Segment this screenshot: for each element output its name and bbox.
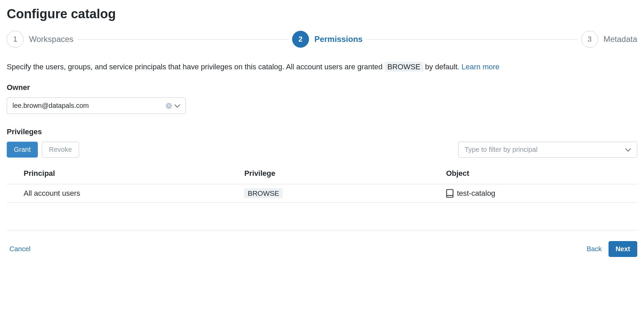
- owner-value: lee.brown@datapals.com: [12, 102, 89, 110]
- step-connector: [78, 39, 288, 40]
- step-number: 3: [581, 31, 598, 48]
- privilege-badge: BROWSE: [244, 188, 282, 198]
- back-button[interactable]: Back: [584, 241, 604, 257]
- svg-rect-0: [446, 190, 453, 197]
- cancel-button[interactable]: Cancel: [7, 241, 33, 257]
- cell-object: test-catalog: [429, 184, 637, 203]
- owner-select[interactable]: lee.brown@datapals.com ✕: [7, 97, 186, 114]
- step-workspaces[interactable]: 1 Workspaces: [7, 31, 74, 48]
- step-permissions[interactable]: 2 Permissions: [292, 31, 363, 48]
- chevron-down-icon: [626, 147, 631, 152]
- step-number: 2: [292, 31, 309, 48]
- learn-more-link[interactable]: Learn more: [462, 63, 500, 71]
- privileges-label: Privileges: [7, 127, 637, 136]
- button-group: Grant Revoke: [7, 142, 79, 158]
- cell-principal: All account users: [7, 184, 227, 203]
- table-row[interactable]: All account users BROWSE test-catalog: [7, 184, 637, 203]
- step-label: Metadata: [603, 34, 637, 44]
- owner-label: Owner: [7, 83, 637, 92]
- step-label: Workspaces: [29, 34, 74, 44]
- step-metadata[interactable]: 3 Metadata: [581, 31, 637, 48]
- description-prefix: Specify the users, groups, and service p…: [7, 63, 385, 71]
- object-name: test-catalog: [457, 189, 495, 198]
- page-title: Configure catalog: [7, 7, 637, 21]
- filter-principal-select[interactable]: Type to filter by principal: [458, 142, 637, 158]
- cell-privilege: BROWSE: [227, 184, 429, 203]
- revoke-button[interactable]: Revoke: [42, 142, 79, 158]
- chevron-down-icon: [175, 103, 180, 108]
- col-principal: Principal: [7, 164, 227, 184]
- next-button[interactable]: Next: [609, 241, 637, 257]
- step-number: 1: [7, 31, 24, 48]
- catalog-icon: [446, 189, 454, 198]
- filter-placeholder: Type to filter by principal: [465, 146, 538, 154]
- grant-button[interactable]: Grant: [7, 142, 38, 158]
- browse-badge: BROWSE: [385, 62, 423, 72]
- col-privilege: Privilege: [227, 164, 429, 184]
- step-connector: [367, 39, 577, 40]
- step-label: Permissions: [314, 34, 363, 44]
- col-object: Object: [429, 164, 637, 184]
- clear-icon[interactable]: ✕: [166, 103, 172, 109]
- footer: Cancel Back Next: [7, 230, 637, 257]
- description-text: Specify the users, groups, and service p…: [7, 61, 637, 72]
- privileges-table: Principal Privilege Object All account u…: [7, 164, 637, 203]
- privileges-toolbar: Grant Revoke Type to filter by principal: [7, 142, 637, 158]
- stepper: 1 Workspaces 2 Permissions 3 Metadata: [7, 31, 637, 48]
- description-suffix: by default.: [423, 63, 462, 71]
